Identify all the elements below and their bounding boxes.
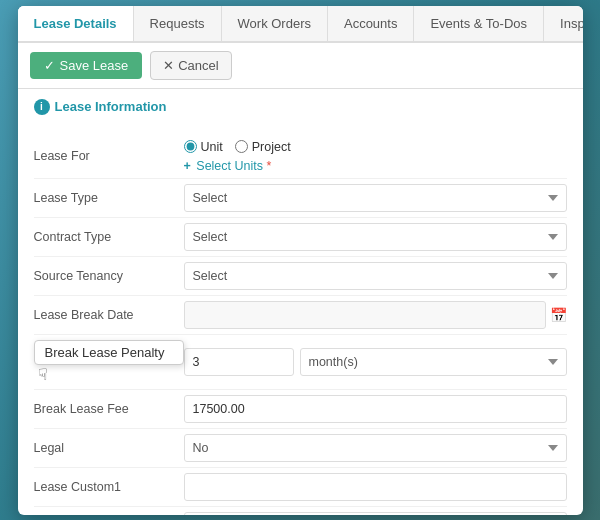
unit-radio[interactable] xyxy=(184,140,197,153)
lease-for-radio-group: Unit Project xyxy=(184,140,291,154)
legal-control: No Yes xyxy=(184,434,567,462)
tab-events-todos[interactable]: Events & To-Dos xyxy=(414,6,544,41)
save-label: Save Lease xyxy=(60,58,129,73)
break-lease-penalty-label: Break Lease Penalty xyxy=(45,345,165,360)
tab-work-orders[interactable]: Work Orders xyxy=(222,6,328,41)
legal-label: Legal xyxy=(34,441,184,455)
project-label: Project xyxy=(252,140,291,154)
lease-for-row: Lease For Unit Project + Select Units xyxy=(34,135,567,179)
lease-for-label: Lease For xyxy=(34,149,184,163)
new-rent-control xyxy=(184,512,567,515)
section-header: i Lease Information xyxy=(18,89,583,135)
project-radio-label[interactable]: Project xyxy=(235,140,291,154)
lease-break-date-input[interactable] xyxy=(184,301,546,329)
lease-type-control: Select xyxy=(184,184,567,212)
break-lease-penalty-unit-select[interactable]: month(s) xyxy=(300,348,567,376)
cursor-icon: ☟ xyxy=(38,366,48,383)
select-units-link-row: + Select Units * xyxy=(184,158,272,173)
required-star: * xyxy=(266,159,271,173)
tab-lease-details[interactable]: Lease Details xyxy=(18,6,134,43)
source-tenancy-select[interactable]: Select xyxy=(184,262,567,290)
date-input-wrap: 📅 xyxy=(184,301,567,329)
modal-container: Lease Details Requests Work Orders Accou… xyxy=(18,6,583,515)
break-lease-fee-input[interactable] xyxy=(184,395,567,423)
cancel-label: Cancel xyxy=(178,58,218,73)
lease-type-label: Lease Type xyxy=(34,191,184,205)
cancel-button[interactable]: ✕ Cancel xyxy=(150,51,231,80)
break-lease-penalty-input[interactable] xyxy=(184,348,294,376)
lease-type-select[interactable]: Select xyxy=(184,184,567,212)
lease-for-controls: Unit Project + Select Units * xyxy=(184,140,567,173)
select-units-link[interactable]: + Select Units * xyxy=(184,159,272,173)
lease-break-date-label: Lease Break Date xyxy=(34,308,184,322)
break-lease-penalty-tooltip: Break Lease Penalty xyxy=(34,340,184,365)
contract-type-control: Select xyxy=(184,223,567,251)
new-rent-input[interactable] xyxy=(184,512,567,515)
contract-type-row: Contract Type Select xyxy=(34,218,567,257)
lease-custom1-input[interactable] xyxy=(184,473,567,501)
cancel-icon: ✕ xyxy=(163,58,174,73)
break-lease-penalty-controls: month(s) xyxy=(184,348,567,376)
unit-label: Unit xyxy=(201,140,223,154)
break-lease-fee-control xyxy=(184,395,567,423)
contract-type-label: Contract Type xyxy=(34,230,184,244)
source-tenancy-label: Source Tenancy xyxy=(34,269,184,283)
form-body: Lease For Unit Project + Select Units xyxy=(18,135,583,515)
new-rent-row: New rent xyxy=(34,507,567,515)
lease-custom1-row: Lease Custom1 xyxy=(34,468,567,507)
contract-type-select[interactable]: Select xyxy=(184,223,567,251)
lease-type-row: Lease Type Select xyxy=(34,179,567,218)
break-lease-penalty-row: Break Lease Penalty ☟ month(s) xyxy=(34,335,567,390)
toolbar: ✓ Save Lease ✕ Cancel xyxy=(18,43,583,89)
info-icon: i xyxy=(34,99,50,115)
lease-custom1-label: Lease Custom1 xyxy=(34,480,184,494)
legal-select[interactable]: No Yes xyxy=(184,434,567,462)
source-tenancy-row: Source Tenancy Select xyxy=(34,257,567,296)
save-icon: ✓ xyxy=(44,58,55,73)
break-lease-penalty-label-wrap: Break Lease Penalty ☟ xyxy=(34,340,184,384)
plus-icon: + xyxy=(184,159,191,173)
project-radio[interactable] xyxy=(235,140,248,153)
tab-accounts[interactable]: Accounts xyxy=(328,6,414,41)
tab-requests[interactable]: Requests xyxy=(134,6,222,41)
lease-custom1-control xyxy=(184,473,567,501)
lease-break-date-control: 📅 xyxy=(184,301,567,329)
tab-bar: Lease Details Requests Work Orders Accou… xyxy=(18,6,583,43)
calendar-icon: 📅 xyxy=(550,307,567,323)
select-units-text: Select Units xyxy=(196,159,263,173)
tab-inspections[interactable]: Inspections xyxy=(544,6,582,41)
legal-row: Legal No Yes xyxy=(34,429,567,468)
unit-radio-label[interactable]: Unit xyxy=(184,140,223,154)
break-lease-fee-row: Break Lease Fee xyxy=(34,390,567,429)
source-tenancy-control: Select xyxy=(184,262,567,290)
save-button[interactable]: ✓ Save Lease xyxy=(30,52,143,79)
break-lease-fee-label: Break Lease Fee xyxy=(34,402,184,416)
section-title: i Lease Information xyxy=(34,99,567,115)
lease-break-date-row: Lease Break Date 📅 xyxy=(34,296,567,335)
